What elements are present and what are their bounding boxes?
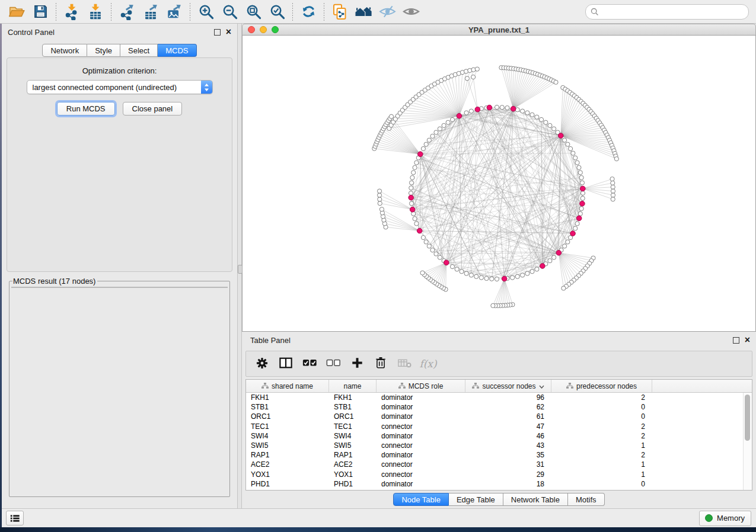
hide-selected-icon (379, 5, 396, 18)
cell-successor-nodes: 35 (465, 451, 551, 459)
table-row[interactable]: SWI4SWI4dominator462 (246, 431, 752, 441)
cell-MCDS-role: connector (377, 460, 465, 469)
table-settings-button[interactable] (251, 353, 273, 374)
panel-splitter[interactable] (237, 24, 242, 508)
cell-successor-nodes: 46 (465, 432, 551, 440)
right-column: YPA_prune.txt_1 Table Panel (242, 24, 756, 508)
table-row[interactable]: PHD1PHD1dominator180 (246, 479, 752, 489)
export-table-icon (142, 4, 159, 20)
table-row[interactable]: STB1STB1dominator620 (246, 402, 752, 412)
refresh-view-button[interactable] (296, 2, 320, 22)
show-neighbors-button[interactable] (352, 2, 375, 22)
save-session-icon (33, 4, 48, 19)
cell-name: YOX1 (329, 470, 377, 479)
zoom-out-button[interactable] (218, 2, 241, 22)
toggle-panel-columns-button[interactable] (275, 353, 297, 374)
cell-name: TEC1 (329, 422, 377, 431)
column-label: successor nodes (482, 382, 535, 390)
export-table-button[interactable] (139, 2, 162, 22)
table-row[interactable]: YOX1YOX1connector291 (246, 470, 752, 479)
mcds-result-list: PHD1CAR1STP4TID3YOX1SWI4SRD1PMA2FKH1ACE2… (11, 287, 228, 288)
create-column-button[interactable] (346, 353, 368, 374)
tab-network-table[interactable]: Network Table (503, 493, 568, 506)
show-neighbors-icon (355, 4, 372, 19)
cell-shared-name: YOX1 (246, 470, 329, 479)
zoom-in-button[interactable] (194, 2, 218, 22)
desktop-wallpaper: Control Panel × NetworkStyleSelectMCDS O… (0, 0, 756, 532)
column-header-shared-name[interactable]: shared name (246, 380, 329, 392)
tab-edge-table[interactable]: Edge Table (449, 493, 503, 506)
control-panel-header: Control Panel × (2, 24, 237, 40)
network-window-title: YPA_prune.txt_1 (243, 25, 755, 34)
float-panel-icon[interactable] (214, 29, 221, 36)
tab-style[interactable]: Style (87, 44, 120, 57)
zoom-selected-button[interactable] (265, 2, 289, 22)
column-header-predecessor-nodes[interactable]: predecessor nodes (551, 380, 652, 392)
delete-columns-button[interactable] (369, 353, 392, 374)
tab-node-table[interactable]: Node Table (393, 493, 449, 506)
cell-MCDS-role: dominator (377, 393, 465, 402)
close-panel-button[interactable]: Close panel (123, 102, 183, 116)
zoom-fit-button[interactable] (241, 2, 265, 22)
cell-successor-nodes: 47 (465, 422, 551, 431)
search-icon (591, 8, 599, 16)
mcds-result-items: PHD1CAR1STP4TID3YOX1SWI4SRD1PMA2FKH1ACE2… (12, 287, 227, 288)
column-header-successor-nodes[interactable]: successor nodes (465, 380, 551, 392)
clone-network-button[interactable] (328, 2, 352, 22)
cell-predecessor-nodes: 2 (551, 432, 652, 440)
column-header-name[interactable]: name (329, 380, 377, 392)
table-row[interactable]: RAP1RAP1dominator352 (246, 450, 752, 460)
table-row[interactable]: SWI5SWI5connector431 (246, 441, 752, 450)
function-builder-icon: f(x) (419, 358, 436, 370)
cell-predecessor-nodes: 1 (551, 441, 652, 450)
column-type-icon (398, 382, 406, 390)
float-table-panel-icon[interactable] (733, 337, 739, 344)
deselect-all-rows-button[interactable] (322, 353, 344, 374)
node-table-body: FKH1FKH1dominator962STB1STB1dominator620… (246, 393, 752, 489)
select-all-rows-button[interactable] (298, 353, 321, 374)
task-history-button[interactable] (6, 511, 24, 525)
table-row[interactable]: ORC1ORC1dominator610 (246, 412, 752, 421)
tab-mcds[interactable]: MCDS (158, 44, 196, 57)
export-network-button[interactable] (115, 2, 139, 22)
run-mcds-button[interactable]: Run MCDS (57, 102, 115, 116)
criterion-select[interactable]: largest connected component (undirected) (27, 80, 213, 94)
memory-button[interactable]: Memory (699, 511, 751, 526)
cell-successor-nodes: 43 (465, 441, 551, 450)
cell-shared-name: ACE2 (246, 460, 329, 469)
cell-name: ACE2 (329, 460, 377, 469)
close-panel-icon[interactable]: × (226, 28, 231, 36)
import-table-button[interactable] (84, 2, 107, 22)
save-session-button[interactable] (28, 2, 52, 22)
cell-shared-name: STB1 (246, 403, 329, 411)
close-table-panel-icon[interactable]: × (745, 336, 750, 344)
import-network-button[interactable] (60, 2, 84, 22)
tab-motifs[interactable]: Motifs (568, 493, 605, 506)
open-file-button[interactable] (5, 2, 28, 22)
column-header-MCDS-role[interactable]: MCDS role (377, 380, 465, 392)
table-row[interactable]: FKH1FKH1dominator962 (246, 393, 752, 402)
zoom-fit-icon (245, 4, 261, 20)
tab-select[interactable]: Select (120, 44, 158, 57)
tab-network[interactable]: Network (42, 44, 87, 57)
cell-name: FKH1 (329, 393, 377, 402)
import-table-icon (87, 4, 104, 20)
network-canvas[interactable] (243, 36, 752, 332)
cell-predecessor-nodes: 2 (551, 393, 652, 402)
table-row[interactable]: ACE2ACE2connector311 (246, 460, 752, 469)
search-box[interactable] (585, 4, 749, 20)
splitter-grip[interactable] (238, 265, 243, 274)
search-input[interactable] (602, 7, 744, 17)
table-row[interactable]: TEC1TEC1connector472 (246, 422, 752, 431)
export-image-button[interactable] (162, 2, 186, 22)
mcds-result-group: MCDS result (17 nodes) PHD1CAR1STP4TID3Y… (9, 277, 230, 497)
open-file-icon (8, 4, 25, 19)
table-scrollbar-thumb[interactable] (745, 395, 750, 441)
show-hidden-icon (403, 5, 420, 18)
table-toolbar: f(x) (245, 351, 752, 377)
control-panel-tabs: NetworkStyleSelectMCDS (2, 44, 237, 58)
show-hidden-button (399, 2, 423, 22)
table-scrollbar-track (743, 393, 752, 490)
network-window-titlebar: YPA_prune.txt_1 (242, 24, 756, 36)
cell-successor-nodes: 96 (465, 393, 551, 402)
